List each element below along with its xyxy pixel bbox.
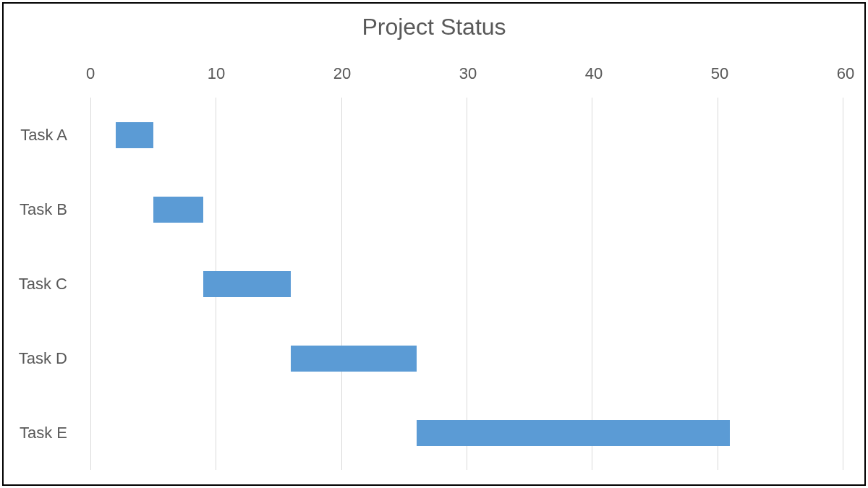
x-tick-label: 60	[837, 64, 854, 83]
gridline	[592, 98, 592, 470]
chart-container: Project Status 0 10 20 30 40 50 60 Task …	[2, 2, 866, 486]
gridline	[843, 98, 843, 470]
x-tick-label: 20	[333, 64, 351, 83]
y-tick-label: Task A	[20, 126, 67, 145]
gantt-bar	[291, 346, 416, 372]
x-axis: 0 10 20 30 40 50 60	[4, 48, 864, 85]
y-tick-label: Task D	[19, 349, 67, 368]
gridline	[467, 98, 467, 470]
gantt-bar	[417, 420, 730, 446]
x-tick-label: 50	[711, 64, 728, 83]
x-tick-label: 40	[585, 64, 603, 83]
gridline	[90, 98, 91, 470]
y-tick-label: Task E	[20, 424, 67, 442]
x-tick-label: 10	[208, 64, 225, 83]
chart-title: Project Status	[4, 14, 864, 40]
y-tick-label: Task C	[19, 275, 67, 294]
gantt-bar	[153, 197, 203, 223]
gantt-bar	[203, 271, 291, 297]
gridline	[341, 98, 342, 470]
gantt-bar	[116, 122, 153, 148]
y-tick-label: Task B	[20, 200, 67, 219]
x-tick-label: 30	[459, 64, 477, 83]
plot-area	[90, 98, 843, 470]
x-tick-label: 0	[86, 64, 95, 83]
gridline	[718, 98, 718, 470]
y-axis: Task A Task B Task C Task D Task E	[4, 98, 83, 470]
